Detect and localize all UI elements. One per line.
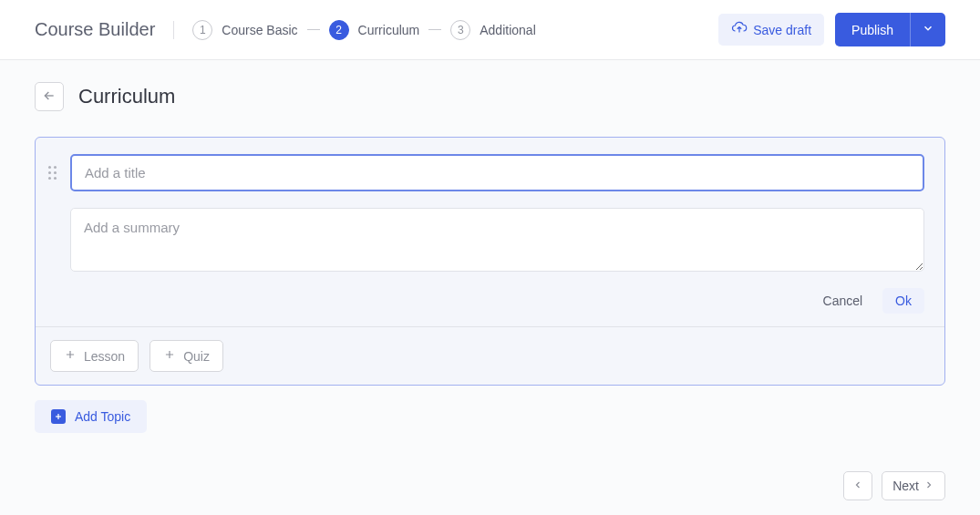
- app-title: Course Builder: [35, 19, 155, 40]
- step-additional[interactable]: 3 Additional: [450, 20, 536, 40]
- add-topic-label: Add Topic: [75, 409, 130, 424]
- step-label: Additional: [480, 23, 536, 37]
- plus-icon: [64, 348, 77, 364]
- save-draft-button[interactable]: Save draft: [718, 14, 824, 46]
- next-label: Next: [892, 479, 919, 493]
- header-right: Save draft Publish: [718, 13, 945, 46]
- step-number: 2: [329, 20, 349, 40]
- add-topic-button[interactable]: Add Topic: [35, 400, 147, 433]
- cancel-button[interactable]: Cancel: [816, 288, 871, 314]
- page-header: Curriculum: [35, 82, 945, 111]
- plus-icon: [163, 348, 176, 364]
- quiz-label: Quiz: [183, 349, 210, 364]
- topic-card: Cancel Ok Lesson Quiz: [35, 137, 945, 386]
- arrow-left-icon: [42, 88, 57, 106]
- chevron-left-icon: [852, 479, 863, 493]
- title-row: [48, 154, 924, 191]
- save-draft-label: Save draft: [753, 23, 811, 37]
- prev-button[interactable]: [843, 471, 872, 500]
- topic-summary-textarea[interactable]: [70, 208, 924, 272]
- publish-dropdown-button[interactable]: [910, 13, 945, 46]
- page-title: Curriculum: [78, 85, 175, 108]
- publish-button[interactable]: Publish: [835, 13, 910, 46]
- step-label: Curriculum: [358, 23, 420, 37]
- step-label: Course Basic: [222, 23, 297, 37]
- edit-actions: Cancel Ok: [48, 288, 924, 314]
- step-curriculum[interactable]: 2 Curriculum: [329, 20, 420, 40]
- lesson-label: Lesson: [84, 349, 125, 364]
- step-number: 3: [450, 20, 470, 40]
- content: Curriculum Cancel Ok Lesson: [0, 60, 980, 455]
- footer-nav: Next: [843, 471, 945, 500]
- header-divider: [173, 21, 174, 39]
- step-course-basic[interactable]: 1 Course Basic: [192, 20, 297, 40]
- chevron-down-icon: [922, 22, 934, 37]
- header-left: Course Builder 1 Course Basic 2 Curricul…: [35, 19, 536, 40]
- step-separator: [428, 29, 441, 30]
- stepper: 1 Course Basic 2 Curriculum 3 Additional: [192, 20, 535, 40]
- topic-edit-section: Cancel Ok: [36, 138, 944, 326]
- add-lesson-button[interactable]: Lesson: [50, 340, 139, 372]
- add-quiz-button[interactable]: Quiz: [150, 340, 223, 372]
- plus-square-icon: [51, 409, 66, 424]
- drag-handle-icon[interactable]: [48, 163, 61, 183]
- step-separator: [307, 29, 320, 30]
- back-button[interactable]: [35, 82, 64, 111]
- next-button[interactable]: Next: [882, 471, 945, 500]
- cloud-icon: [731, 21, 748, 38]
- topic-title-input[interactable]: [70, 154, 924, 191]
- step-number: 1: [192, 20, 212, 40]
- header: Course Builder 1 Course Basic 2 Curricul…: [0, 0, 980, 60]
- ok-button[interactable]: Ok: [882, 288, 924, 314]
- publish-group: Publish: [835, 13, 945, 46]
- topic-actions: Lesson Quiz: [36, 326, 944, 385]
- chevron-right-icon: [923, 479, 934, 493]
